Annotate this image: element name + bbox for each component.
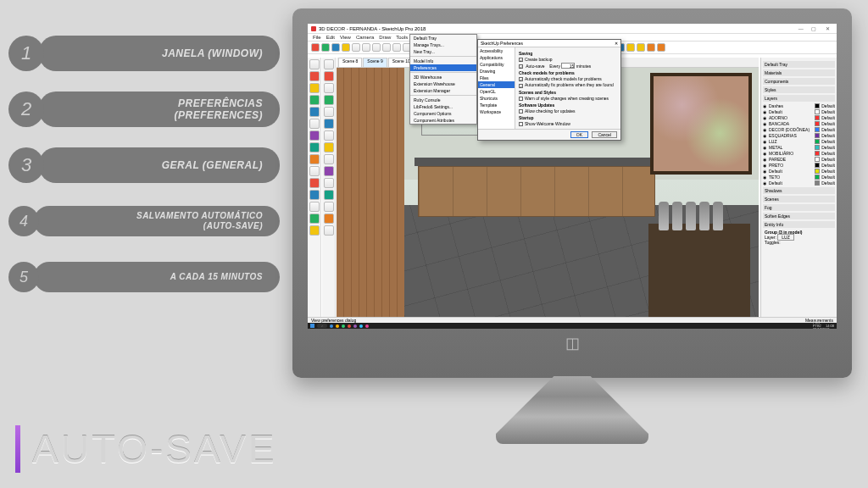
tool-icon[interactable]: [392, 43, 401, 52]
taskbar-clock[interactable]: POR PTB2 14:08 28/10/2021: [813, 321, 834, 330]
windows-taskbar[interactable]: ⌕ POR PTB2 14:08 28/10/2021: [308, 323, 837, 329]
checkbox-icon[interactable]: [519, 84, 523, 88]
prefs-allow-updates[interactable]: Allow checking for updates: [519, 108, 617, 114]
taskbar-search[interactable]: ⌕: [317, 324, 327, 328]
tool-icon[interactable]: [309, 142, 320, 152]
layer-row[interactable]: ◉ADORNODefault: [763, 115, 835, 120]
tool-icon[interactable]: [321, 43, 330, 52]
menuitem-ruby-console[interactable]: Ruby Console: [410, 97, 476, 103]
tool-icon[interactable]: [309, 154, 320, 164]
prefs-cat-opengl[interactable]: OpenGL: [478, 88, 515, 95]
tool-icon[interactable]: [324, 202, 334, 212]
tray-panel-entity[interactable]: Entity Info: [763, 221, 835, 228]
taskbar-app-icon[interactable]: [365, 324, 369, 328]
prefs-create-backup[interactable]: Create backup: [519, 57, 617, 62]
tool-icon[interactable]: [324, 59, 334, 69]
tool-icon[interactable]: [311, 43, 320, 52]
scene-tab[interactable]: Scene 8: [338, 58, 362, 67]
window-menu-dropdown[interactable]: Default Tray Manage Trays... New Tray...…: [409, 34, 477, 125]
menu-edit[interactable]: Edit: [326, 35, 335, 40]
menu-file[interactable]: File: [313, 35, 321, 40]
menu-camera[interactable]: Camera: [356, 35, 374, 40]
menuitem-3d-warehouse[interactable]: 3D Warehouse: [410, 74, 476, 80]
tool-icon[interactable]: [309, 83, 320, 93]
tool-icon[interactable]: [309, 190, 320, 200]
layer-row[interactable]: ◉TETODefault: [763, 175, 835, 180]
tool-icon[interactable]: [324, 107, 334, 117]
taskbar-app-icon[interactable]: [342, 324, 345, 328]
tray-panel-styles[interactable]: Styles: [763, 86, 835, 93]
menuitem-model-info[interactable]: Model Info: [410, 58, 476, 64]
prefs-cat-accessibility[interactable]: Accessibility: [478, 47, 515, 54]
checkbox-icon[interactable]: [519, 58, 523, 62]
layer-row[interactable]: ◉METALDefault: [763, 145, 835, 150]
prefs-auto-save[interactable]: Auto-save Every minutes: [519, 63, 617, 69]
tool-icon[interactable]: [362, 43, 370, 52]
minimize-icon[interactable]: —: [795, 26, 807, 31]
tool-icon[interactable]: [324, 142, 334, 152]
layer-row[interactable]: ◉DefaultDefault: [763, 169, 835, 174]
tray-panel-materials[interactable]: Materials: [763, 69, 835, 76]
tool-icon[interactable]: [309, 178, 320, 188]
tray-panel-fog[interactable]: Fog: [763, 204, 835, 211]
checkbox-icon[interactable]: [519, 122, 523, 126]
prefs-cancel-button[interactable]: Cancel: [592, 131, 617, 138]
checkbox-icon[interactable]: [519, 64, 523, 69]
tool-icon[interactable]: [309, 225, 320, 236]
prefs-auto-fix[interactable]: Automatically fix problems when they are…: [519, 82, 617, 87]
tray-panel-soften[interactable]: Soften Edges: [763, 213, 835, 219]
tool-icon[interactable]: [309, 119, 320, 129]
tool-icon[interactable]: [331, 43, 340, 52]
checkbox-icon[interactable]: [519, 77, 523, 81]
tool-icon[interactable]: [324, 166, 334, 176]
prefs-autosave-minutes[interactable]: [561, 63, 575, 69]
layer-row[interactable]: ◉ESQUADRIASDefault: [763, 133, 835, 138]
tool-icon[interactable]: [352, 43, 360, 52]
tool-icon[interactable]: [324, 214, 334, 224]
default-tray[interactable]: Default Tray Materials Components Styles…: [760, 58, 837, 317]
tool-icon[interactable]: [309, 71, 320, 81]
maximize-icon[interactable]: ▢: [808, 25, 820, 31]
toolbar-left-a[interactable]: [308, 58, 321, 317]
tool-icon[interactable]: [324, 178, 334, 188]
scene-tab[interactable]: Scene 9: [363, 58, 387, 67]
tool-icon[interactable]: [342, 43, 350, 52]
menuitem-manage-trays[interactable]: Manage Trays...: [410, 42, 476, 48]
layer-row[interactable]: ◉PAREDEDefault: [763, 157, 835, 162]
prefs-warn-style[interactable]: Warn of style changes when creating scen…: [519, 96, 617, 101]
menuitem-ext-manager[interactable]: Extension Manager: [410, 87, 476, 94]
layer-row[interactable]: ◉DashesDefault: [763, 103, 835, 108]
tray-panel-scenes[interactable]: Scenes: [763, 196, 835, 202]
layer-row[interactable]: ◉DECOR (DODÔNEA)Default: [763, 127, 835, 132]
menuitem-new-tray[interactable]: New Tray...: [410, 48, 476, 55]
tool-icon[interactable]: [324, 119, 334, 129]
close-icon[interactable]: ✕: [821, 25, 833, 31]
prefs-cat-files[interactable]: Files: [478, 75, 515, 81]
tool-icon[interactable]: [657, 43, 665, 52]
checkbox-icon[interactable]: [519, 109, 523, 114]
layer-row[interactable]: ◉LUZDefault: [763, 139, 835, 144]
taskbar-app-icon[interactable]: [336, 324, 339, 328]
taskbar-app-icon[interactable]: [353, 324, 357, 328]
tool-icon[interactable]: [309, 166, 320, 176]
prefs-category-list[interactable]: Accessibility Applications Compatibility…: [478, 47, 515, 129]
taskbar-app-icon[interactable]: [348, 324, 351, 328]
tool-icon[interactable]: [382, 43, 391, 52]
tool-select-icon[interactable]: [309, 59, 320, 69]
prefs-ok-button[interactable]: OK: [570, 131, 588, 138]
layer-row[interactable]: ◉PRETODefault: [763, 163, 835, 168]
preferences-dialog[interactable]: SketchUp Preferences ✕ Accessibility App…: [477, 39, 621, 141]
tool-icon[interactable]: [309, 107, 320, 117]
prefs-cat-workspace[interactable]: Workspace: [478, 108, 515, 115]
tray-panel-shadows[interactable]: Shadows: [763, 187, 835, 194]
menuitem-preferences[interactable]: Preferences: [410, 64, 476, 71]
menuitem-default-tray[interactable]: Default Tray: [410, 35, 476, 42]
window-controls[interactable]: — ▢ ✕: [795, 25, 833, 31]
menuitem-ext-warehouse[interactable]: Extension Warehouse: [410, 80, 476, 87]
menuitem-libfredo[interactable]: LibFredo6 Settings...: [410, 103, 476, 110]
tool-icon[interactable]: [637, 43, 645, 52]
menu-draw[interactable]: Draw: [379, 35, 391, 40]
layer-row[interactable]: ◉DefaultDefault: [763, 109, 835, 114]
checkbox-icon[interactable]: [519, 97, 523, 101]
prefs-cat-compatibility[interactable]: Compatibility: [478, 61, 515, 68]
